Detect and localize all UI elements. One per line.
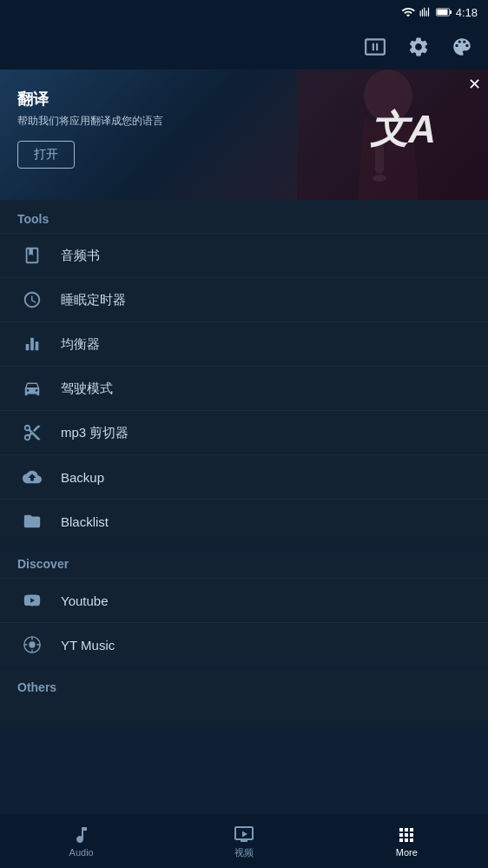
- wifi-icon: [401, 5, 415, 19]
- ytmusic-label: YT Music: [61, 638, 471, 653]
- more-nav-icon: [396, 825, 417, 845]
- youtube-icon: [23, 591, 42, 610]
- folder-icon: [23, 512, 42, 531]
- drive-mode-label: 驾驶模式: [61, 381, 471, 397]
- video-nav-icon: [234, 824, 254, 845]
- audiobook-label: 音频书: [61, 248, 471, 264]
- svg-rect-1: [437, 10, 447, 15]
- youtube-label: Youtube: [61, 593, 471, 608]
- tools-section-header: Tools: [0, 200, 488, 233]
- equalizer-label: 均衡器: [61, 336, 471, 353]
- clock-icon-container: [17, 290, 47, 309]
- bottom-nav: Audio 视频 More: [0, 814, 488, 868]
- sleep-timer-label: 睡眠定时器: [61, 292, 471, 308]
- car-icon: [23, 379, 42, 398]
- banner: 文A 翻译 帮助我们将应用翻译成您的语言 打开 ✕: [0, 70, 488, 200]
- nav-more[interactable]: More: [326, 814, 488, 868]
- mp3-cutter-item[interactable]: mp3 剪切器: [0, 410, 488, 454]
- nav-audio[interactable]: Audio: [0, 814, 162, 868]
- car-icon-container: [17, 379, 47, 398]
- theme-button[interactable]: [448, 33, 476, 61]
- youtube-item[interactable]: Youtube: [0, 578, 488, 622]
- equalizer-icon-container: [17, 335, 47, 354]
- banner-open-button[interactable]: 打开: [17, 141, 75, 169]
- signal-icon: [419, 6, 432, 18]
- screen-record-button[interactable]: [361, 33, 389, 61]
- audiobook-item[interactable]: 音频书: [0, 233, 488, 277]
- scissors-icon: [23, 423, 42, 442]
- cloud-icon-container: [17, 467, 47, 487]
- backup-item[interactable]: Backup: [0, 454, 488, 499]
- audio-nav-label: Audio: [69, 847, 94, 858]
- book-icon: [23, 246, 42, 265]
- backup-label: Backup: [61, 470, 471, 485]
- youtube-icon-container: [17, 591, 47, 610]
- settings-icon: [407, 36, 430, 58]
- cloud-icon: [23, 467, 42, 487]
- tools-section: Tools 音频书 睡眠定时器: [0, 200, 488, 543]
- more-nav-label: More: [396, 847, 418, 858]
- audio-nav-icon: [71, 825, 92, 845]
- svg-point-7: [29, 641, 35, 647]
- sleep-timer-item[interactable]: 睡眠定时器: [0, 277, 488, 321]
- status-bar: 4:18: [0, 0, 488, 24]
- ytmusic-icon-container: [17, 635, 47, 654]
- mp3-cutter-label: mp3 剪切器: [61, 425, 471, 441]
- screen-record-icon: [364, 36, 386, 58]
- blacklist-label: Blacklist: [61, 514, 471, 529]
- ytmusic-item[interactable]: YT Music: [0, 622, 488, 666]
- discover-section-header: Discover: [0, 545, 488, 578]
- clock-icon: [23, 290, 42, 309]
- others-section-header: Others: [0, 668, 488, 701]
- scissors-icon-container: [17, 423, 47, 442]
- book-icon-container: [17, 246, 47, 265]
- folder-icon-container: [17, 512, 47, 531]
- banner-close-button[interactable]: ✕: [468, 76, 481, 92]
- equalizer-item[interactable]: 均衡器: [0, 321, 488, 366]
- others-section: Others: [0, 668, 488, 727]
- status-time: 4:18: [456, 6, 478, 19]
- status-icons: 4:18: [401, 5, 478, 19]
- palette-icon: [451, 36, 473, 58]
- nav-video[interactable]: 视频: [162, 814, 325, 868]
- svg-rect-2: [450, 10, 452, 14]
- ytmusic-icon: [23, 635, 42, 654]
- drive-mode-item[interactable]: 驾驶模式: [0, 366, 488, 410]
- video-nav-label: 视频: [234, 846, 254, 859]
- banner-translate-icon: 文A: [370, 104, 436, 156]
- scroll-area: 文A 翻译 帮助我们将应用翻译成您的语言 打开 ✕ Tools 音频书: [0, 70, 488, 814]
- settings-button[interactable]: [405, 33, 432, 61]
- battery-icon: [436, 6, 452, 18]
- blacklist-item[interactable]: Blacklist: [0, 499, 488, 543]
- equalizer-icon: [23, 335, 42, 354]
- top-bar: [0, 24, 488, 70]
- discover-section: Discover Youtube YT Music: [0, 545, 488, 666]
